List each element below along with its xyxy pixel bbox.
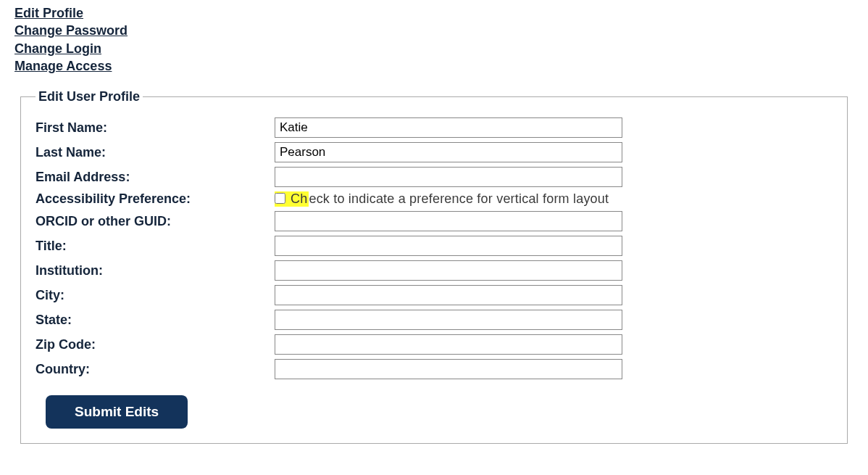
label-institution: Institution: — [36, 263, 275, 278]
input-city[interactable] — [275, 285, 622, 305]
label-first-name: First Name: — [36, 120, 275, 136]
label-zip: Zip Code: — [36, 337, 275, 352]
label-title: Title: — [36, 239, 275, 254]
edit-profile-fieldset: Edit User Profile First Name: Last Name:… — [20, 89, 848, 444]
input-last-name[interactable] — [275, 142, 622, 162]
accessibility-highlight: Ch — [275, 191, 309, 207]
row-email: Email Address: — [36, 167, 832, 187]
accessibility-text-start: Ch — [291, 191, 307, 206]
label-accessibility: Accessibility Preference: — [36, 191, 275, 207]
row-accessibility: Accessibility Preference: Check to indic… — [36, 191, 832, 207]
nav-edit-profile[interactable]: Edit Profile — [14, 4, 83, 22]
input-first-name[interactable] — [275, 117, 622, 138]
input-email[interactable] — [275, 167, 622, 187]
input-title[interactable] — [275, 236, 622, 256]
label-last-name: Last Name: — [36, 145, 275, 160]
row-country: Country: — [36, 359, 832, 379]
submit-edits-button[interactable]: Submit Edits — [46, 395, 188, 429]
row-state: State: — [36, 310, 832, 330]
label-email: Email Address: — [36, 170, 275, 185]
label-orcid: ORCID or other GUID: — [36, 214, 275, 229]
fieldset-legend: Edit User Profile — [36, 89, 143, 104]
row-last-name: Last Name: — [36, 142, 832, 162]
accessibility-control: Check to indicate a preference for verti… — [275, 191, 609, 207]
nav-change-password[interactable]: Change Password — [14, 22, 128, 39]
row-zip: Zip Code: — [36, 334, 832, 355]
row-title: Title: — [36, 236, 832, 256]
input-institution[interactable] — [275, 260, 622, 281]
row-first-name: First Name: — [36, 117, 832, 138]
input-country[interactable] — [275, 359, 622, 379]
accessibility-text-rest: eck to indicate a preference for vertica… — [309, 191, 609, 206]
profile-nav: Edit Profile Change Password Change Logi… — [14, 4, 854, 75]
nav-manage-access[interactable]: Manage Access — [14, 57, 112, 75]
nav-change-login[interactable]: Change Login — [14, 40, 101, 57]
label-city: City: — [36, 288, 275, 303]
row-city: City: — [36, 285, 832, 305]
checkbox-accessibility[interactable] — [275, 193, 285, 204]
row-institution: Institution: — [36, 260, 832, 281]
input-orcid[interactable] — [275, 211, 622, 231]
input-state[interactable] — [275, 310, 622, 330]
row-orcid: ORCID or other GUID: — [36, 211, 832, 231]
label-state: State: — [36, 313, 275, 328]
label-country: Country: — [36, 362, 275, 377]
input-zip[interactable] — [275, 334, 622, 355]
